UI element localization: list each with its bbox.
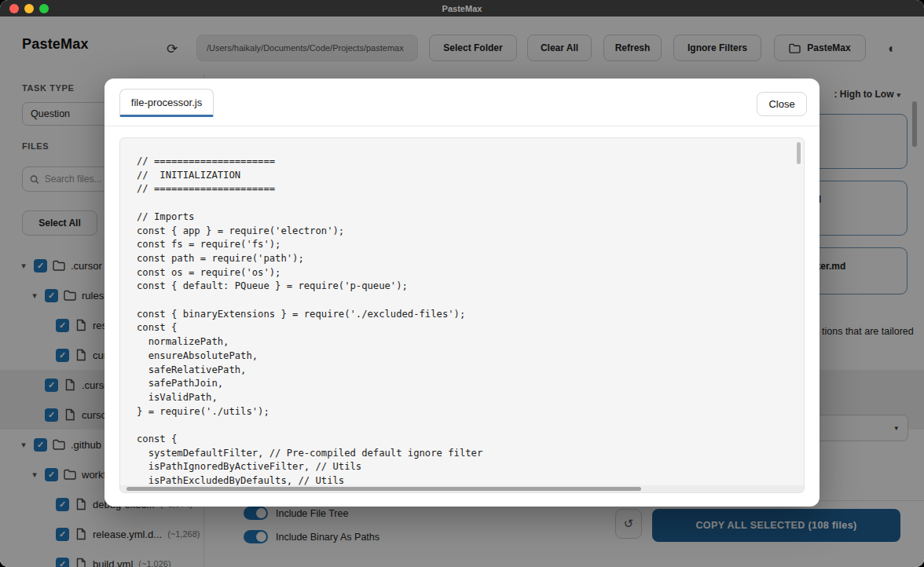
- vertical-scrollbar-thumb[interactable]: [797, 142, 801, 164]
- file-preview-modal: file-processor.js Close // =============…: [104, 79, 820, 507]
- close-window-button[interactable]: [9, 4, 19, 13]
- close-button[interactable]: Close: [757, 92, 807, 116]
- zoom-window-button[interactable]: [39, 4, 49, 13]
- app-window: PasteMax PasteMax ⟳ Select Folder Clear …: [0, 0, 924, 567]
- divider: [104, 126, 820, 126]
- horizontal-scrollbar-track[interactable]: [120, 485, 804, 492]
- tab-file-processor[interactable]: file-processor.js: [119, 89, 214, 117]
- window-title: PasteMax: [0, 4, 924, 13]
- minimize-window-button[interactable]: [24, 4, 34, 13]
- horizontal-scrollbar-thumb[interactable]: [126, 487, 641, 491]
- code-viewer[interactable]: // ===================== // INITIALIZATI…: [119, 137, 805, 493]
- macos-titlebar: PasteMax: [0, 0, 924, 16]
- code-content: // ===================== // INITIALIZATI…: [137, 155, 482, 488]
